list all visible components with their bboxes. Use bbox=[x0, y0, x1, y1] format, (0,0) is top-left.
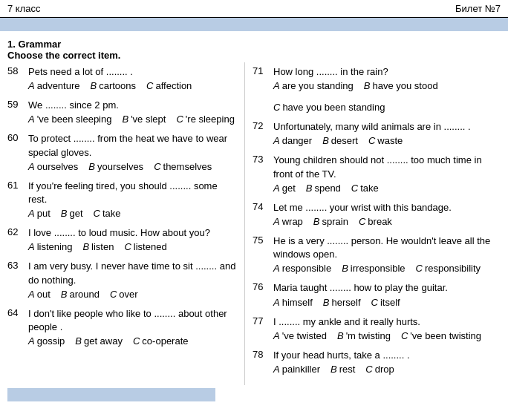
option-text: have you stood bbox=[372, 80, 437, 91]
answer-option: C waste bbox=[368, 135, 403, 146]
answer-option: C co-operate bbox=[133, 335, 189, 347]
content: 58Pets need a lot of ........ .A adventu… bbox=[0, 62, 508, 385]
option-text: spend bbox=[314, 183, 340, 194]
question-item: 77I ........ my ankle and it really hurt… bbox=[253, 315, 501, 341]
question-text: I love ........ to loud music. How about… bbox=[28, 226, 237, 240]
option-text: yourselves bbox=[97, 161, 143, 172]
question-item: 61If you're feeling tired, you should ..… bbox=[7, 180, 237, 219]
option-text: get bbox=[69, 208, 82, 219]
option-text: get away bbox=[84, 335, 123, 347]
option-text: 've twisted bbox=[282, 330, 327, 341]
option-letter: B bbox=[322, 135, 329, 146]
question-number: 72 bbox=[253, 120, 269, 134]
option-letter: C bbox=[154, 161, 160, 172]
answer-option: C take bbox=[351, 183, 379, 194]
option-text: 've slept bbox=[131, 114, 166, 125]
option-text: adventure bbox=[37, 80, 80, 91]
question-text: I ........ my ankle and it really hurts. bbox=[273, 315, 501, 329]
option-text: around bbox=[69, 289, 99, 300]
option-letter: A bbox=[273, 297, 280, 308]
question-text: We ........ since 2 pm. bbox=[28, 99, 237, 112]
question-text: He is a very ........ person. He wouldn'… bbox=[273, 234, 501, 261]
options-row: A responsibleB irresponsibleC responsibi… bbox=[273, 263, 501, 274]
option-letter: B bbox=[313, 216, 320, 227]
options-row: A outB aroundC over bbox=[28, 289, 237, 300]
question-number: 74 bbox=[253, 201, 269, 214]
option-letter: A bbox=[28, 289, 35, 300]
answer-option: A get bbox=[273, 183, 296, 194]
option-text: have you been standing bbox=[282, 102, 385, 113]
option-letter: C bbox=[124, 241, 131, 252]
option-letter: A bbox=[273, 364, 280, 375]
answer-option: C affection bbox=[146, 80, 192, 91]
options-row: A himselfB herselfC itself bbox=[273, 297, 501, 308]
answer-option: A adventure bbox=[28, 80, 80, 91]
option-letter: C bbox=[133, 335, 140, 347]
answer-option: A out bbox=[28, 289, 51, 300]
option-letter: B bbox=[91, 80, 97, 91]
question-number: 62 bbox=[7, 226, 24, 240]
option-letter: C bbox=[176, 114, 183, 125]
option-text: 're sleeping bbox=[186, 114, 235, 125]
option-text: danger bbox=[282, 135, 312, 146]
answer-option: C take bbox=[94, 208, 121, 219]
option-text: 've been sleeping bbox=[37, 114, 112, 125]
answer-option: B get bbox=[61, 208, 83, 219]
question-number: 73 bbox=[253, 154, 269, 180]
question-number: 75 bbox=[253, 234, 269, 261]
option-text: gossip bbox=[37, 335, 65, 347]
left-column: 58Pets need a lot of ........ .A adventu… bbox=[0, 62, 245, 385]
option-letter: C bbox=[146, 80, 153, 91]
answer-option: B desert bbox=[322, 135, 358, 146]
answer-option: B 'm twisting bbox=[337, 330, 391, 341]
option-letter: C bbox=[94, 208, 100, 219]
option-text: drop bbox=[375, 364, 394, 375]
answer-option: B irresponsible bbox=[342, 263, 405, 274]
option-text: take bbox=[360, 183, 379, 194]
options-row: A are you standingB have you stoodC have… bbox=[273, 80, 501, 113]
answer-option: A responsible bbox=[273, 263, 331, 274]
option-text: break bbox=[368, 216, 392, 227]
option-text: co-operate bbox=[142, 335, 188, 347]
answer-option: B spend bbox=[306, 183, 341, 194]
ticket-number: Билет №7 bbox=[455, 3, 501, 14]
answer-option: B herself bbox=[323, 297, 361, 308]
question-text: Pets need a lot of ........ . bbox=[28, 65, 237, 79]
answer-option: A wrap bbox=[273, 216, 303, 227]
option-letter: A bbox=[28, 335, 35, 347]
class-label: 7 класс bbox=[7, 3, 41, 14]
question-number: 61 bbox=[7, 180, 24, 206]
options-row: A ourselvesB yourselvesC themselves bbox=[28, 161, 237, 172]
option-letter: C bbox=[365, 364, 372, 375]
option-text: affection bbox=[155, 80, 192, 91]
option-letter: B bbox=[323, 297, 330, 308]
question-item: 78If your head hurts, take a ........ .A… bbox=[253, 349, 501, 375]
option-letter: B bbox=[88, 161, 95, 172]
question-number: 58 bbox=[7, 65, 24, 79]
option-letter: A bbox=[28, 241, 35, 252]
question-text: I don't like people who like to ........… bbox=[28, 307, 237, 334]
section-title: 1. Grammar bbox=[7, 39, 501, 50]
answer-option: B 've slept bbox=[122, 114, 166, 125]
option-letter: B bbox=[61, 208, 68, 219]
question-item: 58Pets need a lot of ........ .A adventu… bbox=[7, 65, 237, 91]
option-letter: B bbox=[61, 289, 68, 300]
option-text: are you standing bbox=[282, 80, 354, 91]
answer-option: C break bbox=[359, 216, 392, 227]
option-letter: A bbox=[28, 208, 35, 219]
answer-option: B around bbox=[61, 289, 100, 300]
answer-option: A put bbox=[28, 208, 51, 219]
option-text: themselves bbox=[163, 161, 212, 172]
option-letter: C bbox=[351, 183, 358, 194]
question-number: 63 bbox=[7, 260, 24, 286]
option-text: painkiller bbox=[282, 364, 320, 375]
option-text: sprain bbox=[322, 216, 348, 227]
answer-option: B have you stood bbox=[364, 80, 438, 91]
option-letter: C bbox=[371, 297, 378, 308]
option-letter: C bbox=[110, 289, 117, 300]
answer-option: C 're sleeping bbox=[176, 114, 234, 125]
answer-option: B sprain bbox=[313, 216, 348, 227]
question-item: 64I don't like people who like to ......… bbox=[7, 307, 237, 347]
footer-bar bbox=[7, 388, 215, 401]
question-item: 62I love ........ to loud music. How abo… bbox=[7, 226, 237, 252]
